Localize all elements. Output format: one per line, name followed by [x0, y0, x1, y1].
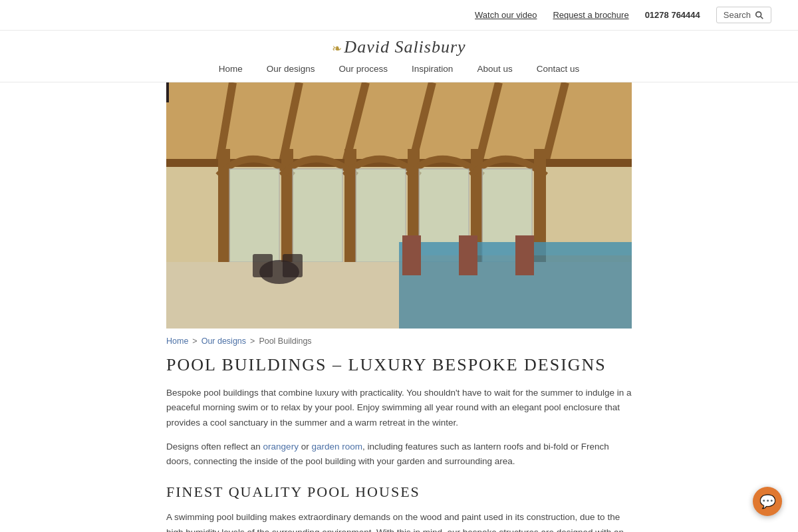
logo[interactable]: ❧David Salisbury	[332, 37, 466, 57]
svg-rect-26	[166, 82, 169, 102]
intro-para2-middle: or	[299, 442, 312, 452]
main-nav: Home Our designs Our process Inspiration…	[219, 61, 579, 76]
logo-flourish: ❧	[332, 42, 342, 55]
svg-rect-27	[253, 254, 273, 277]
svg-rect-17	[229, 169, 279, 262]
svg-rect-19	[356, 169, 406, 262]
search-box[interactable]: Search	[716, 7, 771, 23]
svg-point-0	[756, 11, 761, 17]
watch-video-link[interactable]: Watch our video	[475, 10, 537, 20]
search-label: Search	[724, 10, 751, 20]
hero-background	[166, 82, 632, 329]
garden-room-link[interactable]: garden room	[311, 442, 362, 452]
logo-nav: ❧David Salisbury Home Our designs Our pr…	[0, 31, 798, 82]
breadcrumb-current: Pool Buildings	[259, 336, 311, 346]
orangery-link[interactable]: orangery	[263, 442, 299, 452]
section-2-para: A swimming pool building makes extraordi…	[166, 510, 632, 532]
svg-line-1	[761, 16, 763, 19]
top-bar: Watch our video Request a brochure 01278…	[0, 0, 798, 31]
breadcrumb-our-designs[interactable]: Our designs	[201, 336, 246, 346]
svg-rect-30	[459, 235, 477, 275]
intro-para-2: Designs often reflect an orangery or gar…	[166, 440, 632, 469]
page-wrapper: Watch our video Request a brochure 01278…	[0, 0, 798, 532]
hero-svg	[166, 82, 632, 329]
breadcrumb-home[interactable]: Home	[166, 336, 188, 346]
svg-rect-28	[283, 254, 303, 277]
search-icon	[755, 11, 764, 20]
main-content: Home > Our designs > Pool Buildings POOL…	[166, 336, 632, 532]
breadcrumb: Home > Our designs > Pool Buildings	[166, 336, 632, 346]
nav-about-us[interactable]: About us	[477, 61, 512, 76]
breadcrumb-sep-1: >	[192, 336, 197, 346]
svg-rect-31	[515, 235, 534, 275]
hero-image	[166, 82, 632, 329]
nav-inspiration[interactable]: Inspiration	[412, 61, 453, 76]
nav-home[interactable]: Home	[219, 61, 243, 76]
svg-rect-18	[293, 169, 342, 262]
nav-our-designs[interactable]: Our designs	[267, 61, 315, 76]
phone-number: 01278 764444	[645, 10, 700, 20]
intro-para2-before: Designs often reflect an	[166, 442, 263, 452]
nav-contact-us[interactable]: Contact us	[537, 61, 580, 76]
intro-para-1: Bespoke pool buildings that combine luxu…	[166, 386, 632, 430]
page-title: POOL BUILDINGS – LUXURY BESPOKE DESIGNS	[166, 355, 632, 375]
svg-rect-29	[402, 235, 421, 275]
request-brochure-link[interactable]: Request a brochure	[553, 10, 628, 20]
breadcrumb-sep-2: >	[250, 336, 255, 346]
section-2-title: FINEST QUALITY POOL HOUSES	[166, 483, 632, 501]
chat-button[interactable]: 💬	[753, 487, 782, 516]
chat-icon: 💬	[759, 493, 776, 509]
top-bar-links: Watch our video Request a brochure 01278…	[475, 10, 700, 20]
nav-our-process[interactable]: Our process	[339, 61, 388, 76]
